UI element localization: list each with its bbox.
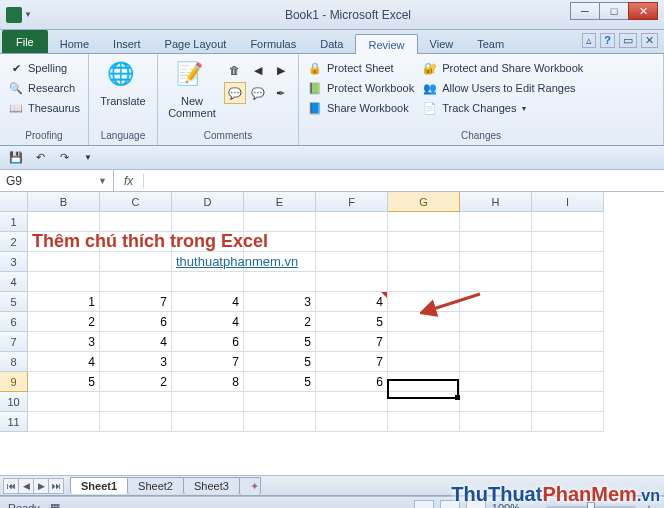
cell[interactable]: 5 (244, 332, 316, 352)
undo-button[interactable]: ↶ (30, 148, 50, 168)
cell[interactable] (100, 412, 172, 432)
allow-users-button[interactable]: 👥Allow Users to Edit Ranges (420, 79, 585, 97)
cell[interactable] (316, 412, 388, 432)
column-header[interactable]: D (172, 192, 244, 212)
spelling-button[interactable]: ✔Spelling (6, 59, 82, 77)
cell[interactable] (100, 212, 172, 232)
new-comment-button[interactable]: 📝 New Comment (164, 57, 220, 119)
cell[interactable] (388, 252, 460, 272)
show-ink-button[interactable]: ✒ (270, 82, 292, 104)
cell[interactable] (388, 412, 460, 432)
next-comment-button[interactable]: ▶ (270, 59, 292, 81)
cell[interactable]: 5 (28, 372, 100, 392)
cell[interactable] (388, 312, 460, 332)
cell[interactable] (28, 252, 100, 272)
cell[interactable]: 5 (244, 372, 316, 392)
chevron-down-icon[interactable]: ▼ (98, 176, 107, 186)
row-header[interactable]: 10 (0, 392, 28, 412)
cell[interactable] (100, 272, 172, 292)
cell[interactable] (388, 392, 460, 412)
normal-view-button[interactable] (414, 500, 434, 509)
column-header[interactable]: B (28, 192, 100, 212)
cell[interactable] (244, 212, 316, 232)
cell[interactable] (532, 392, 604, 412)
cell[interactable] (532, 312, 604, 332)
cell[interactable] (172, 412, 244, 432)
cell[interactable] (28, 392, 100, 412)
cell[interactable]: 4 (172, 292, 244, 312)
row-header[interactable]: 5 (0, 292, 28, 312)
file-tab[interactable]: File (2, 30, 48, 53)
cell[interactable]: 4 (316, 292, 388, 312)
show-hide-comment-button[interactable]: 💬 (224, 82, 246, 104)
cell[interactable] (100, 252, 172, 272)
fx-icon[interactable]: fx (114, 174, 144, 188)
cell[interactable] (388, 352, 460, 372)
cell[interactable]: 2 (244, 312, 316, 332)
delete-comment-button[interactable]: 🗑 (224, 59, 246, 81)
cell[interactable] (460, 292, 532, 312)
cell[interactable] (316, 232, 388, 252)
cell[interactable]: 2 (100, 372, 172, 392)
research-button[interactable]: 🔍Research (6, 79, 82, 97)
cell[interactable] (316, 252, 388, 272)
cell[interactable] (172, 272, 244, 292)
cell[interactable]: 7 (100, 292, 172, 312)
track-changes-button[interactable]: 📄Track Changes▾ (420, 99, 585, 117)
prev-comment-button[interactable]: ◀ (247, 59, 269, 81)
sheet-tab-1[interactable]: Sheet1 (70, 477, 128, 494)
sheet-tab-2[interactable]: Sheet2 (127, 477, 184, 494)
translate-button[interactable]: 🌐 Translate (95, 57, 151, 107)
cell[interactable] (388, 332, 460, 352)
row-header[interactable]: 4 (0, 272, 28, 292)
protect-workbook-button[interactable]: 📗Protect Workbook (305, 79, 416, 97)
cell[interactable] (244, 272, 316, 292)
share-workbook-button[interactable]: 📘Share Workbook (305, 99, 416, 117)
row-header[interactable]: 1 (0, 212, 28, 232)
cell[interactable]: 7 (316, 352, 388, 372)
row-header[interactable]: 2 (0, 232, 28, 252)
column-header[interactable]: G (388, 192, 460, 212)
column-header[interactable]: F (316, 192, 388, 212)
cell[interactable] (532, 352, 604, 372)
row-header[interactable]: 6 (0, 312, 28, 332)
link-cell[interactable]: thuthuatphanmem.vn (172, 252, 244, 272)
cell[interactable] (172, 212, 244, 232)
sheet-tab-3[interactable]: Sheet3 (183, 477, 240, 494)
tab-team[interactable]: Team (465, 34, 516, 53)
cell[interactable] (316, 212, 388, 232)
cell[interactable]: 8 (172, 372, 244, 392)
cell[interactable]: 5 (244, 352, 316, 372)
cell[interactable] (28, 272, 100, 292)
tab-formulas[interactable]: Formulas (238, 34, 308, 53)
help-icon[interactable]: ? (600, 33, 615, 48)
row-header[interactable]: 7 (0, 332, 28, 352)
macro-record-icon[interactable]: ▦ (50, 501, 60, 508)
cell[interactable]: 3 (244, 292, 316, 312)
cell[interactable] (532, 272, 604, 292)
cell[interactable] (28, 412, 100, 432)
row-header[interactable]: 8 (0, 352, 28, 372)
cell[interactable]: 4 (28, 352, 100, 372)
cell[interactable] (172, 392, 244, 412)
save-button[interactable]: 💾 (6, 148, 26, 168)
qat-customize-icon[interactable]: ▼ (78, 148, 98, 168)
cell[interactable]: 7 (316, 332, 388, 352)
name-box[interactable]: G9▼ (0, 170, 114, 191)
cell[interactable]: 2 (28, 312, 100, 332)
cell[interactable]: 1 (28, 292, 100, 312)
cell[interactable] (244, 392, 316, 412)
restore-window-icon[interactable]: ▭ (619, 33, 637, 48)
cell[interactable] (100, 392, 172, 412)
cell[interactable]: 5 (316, 312, 388, 332)
show-all-comments-button[interactable]: 💬 (247, 82, 269, 104)
tab-page-layout[interactable]: Page Layout (153, 34, 239, 53)
tab-view[interactable]: View (418, 34, 466, 53)
cell[interactable] (532, 252, 604, 272)
thesaurus-button[interactable]: 📖Thesaurus (6, 99, 82, 117)
row-header[interactable]: 9 (0, 372, 28, 392)
cell[interactable] (532, 212, 604, 232)
tab-review[interactable]: Review (355, 34, 417, 54)
cell[interactable] (388, 272, 460, 292)
prev-sheet-button[interactable]: ◀ (18, 478, 34, 494)
